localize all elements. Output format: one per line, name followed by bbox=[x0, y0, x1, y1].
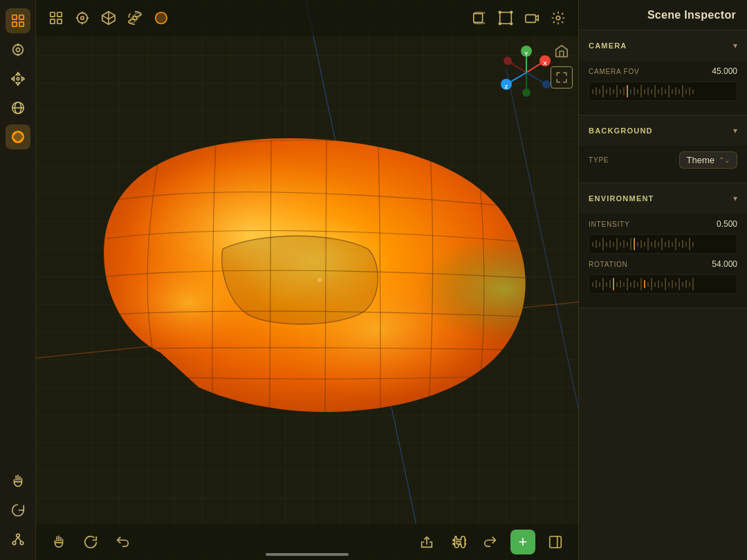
svg-point-39 bbox=[510, 23, 513, 25]
settings-top-icon[interactable] bbox=[546, 6, 570, 30]
camera-view-icon[interactable] bbox=[520, 6, 544, 30]
wireframe-icon[interactable] bbox=[494, 6, 517, 30]
intensity-prop-row: INTENSITY 0.500 bbox=[589, 219, 737, 229]
hand-tool-icon[interactable] bbox=[47, 530, 71, 554]
svg-text:Z: Z bbox=[505, 84, 508, 90]
globe-icon[interactable] bbox=[6, 95, 30, 120]
svg-text:X: X bbox=[543, 60, 547, 66]
target-top-icon[interactable] bbox=[71, 6, 94, 30]
svg-point-8 bbox=[17, 77, 19, 80]
svg-rect-3 bbox=[19, 22, 23, 26]
svg-point-13 bbox=[16, 534, 19, 537]
svg-point-36 bbox=[499, 11, 501, 13]
background-section-title: BACKGROUND bbox=[589, 127, 653, 135]
svg-rect-0 bbox=[12, 15, 16, 19]
camera-chevron-icon: ▾ bbox=[733, 41, 737, 50]
svg-rect-40 bbox=[526, 15, 536, 22]
rotation-prop-row: ROTATION 54.000 bbox=[589, 259, 737, 269]
svg-point-52 bbox=[522, 88, 531, 97]
background-chevron-icon: ▾ bbox=[733, 126, 737, 136]
spin-icon[interactable] bbox=[6, 498, 30, 523]
svg-point-4 bbox=[12, 45, 23, 55]
svg-point-12 bbox=[12, 131, 24, 143]
orbit-top-icon[interactable] bbox=[123, 6, 147, 30]
background-section-body: TYPE Theme ⌃⌄ bbox=[579, 146, 747, 183]
panel-title: Scene Inspector bbox=[647, 9, 736, 21]
svg-rect-1 bbox=[19, 15, 23, 19]
svg-rect-22 bbox=[57, 12, 62, 17]
fov-ticks bbox=[589, 82, 737, 100]
intensity-value: 0.500 bbox=[717, 219, 737, 229]
svg-rect-23 bbox=[50, 19, 55, 24]
rotation-label: ROTATION bbox=[589, 261, 628, 268]
undo-button[interactable] bbox=[111, 530, 134, 554]
sphere-top-icon[interactable] bbox=[149, 6, 173, 30]
hand-bottom-icon[interactable] bbox=[6, 469, 30, 494]
pivot-point bbox=[317, 278, 322, 282]
rotation-value: 54.000 bbox=[712, 259, 737, 269]
environment-section: ENVIRONMENT ▾ INTENSITY 0.500 bbox=[579, 183, 747, 308]
panel-header: Scene Inspector bbox=[579, 0, 747, 30]
svg-point-51 bbox=[504, 57, 512, 65]
camera-section-header[interactable]: CAMERA ▾ bbox=[579, 30, 747, 61]
command-button[interactable] bbox=[447, 530, 470, 554]
nodes-bottom-icon[interactable] bbox=[6, 527, 30, 552]
rotation-ticks bbox=[589, 275, 737, 293]
svg-line-17 bbox=[18, 537, 21, 542]
focus-button[interactable] bbox=[551, 66, 573, 88]
intensity-ticks bbox=[589, 235, 737, 253]
environment-section-body: INTENSITY 0.500 bbox=[579, 214, 747, 308]
type-prop-row: TYPE Theme ⌃⌄ bbox=[589, 151, 737, 169]
svg-text:Y: Y bbox=[524, 50, 528, 57]
intensity-label: INTENSITY bbox=[589, 221, 629, 228]
add-button[interactable]: + bbox=[510, 530, 535, 554]
svg-rect-35 bbox=[500, 12, 512, 24]
3d-object bbox=[77, 90, 562, 449]
grid-top-icon[interactable] bbox=[44, 6, 68, 30]
svg-point-53 bbox=[542, 80, 551, 88]
home-button[interactable] bbox=[551, 40, 573, 62]
rotation-slider[interactable] bbox=[589, 274, 737, 294]
rotate-tool-icon[interactable] bbox=[79, 530, 102, 554]
svg-rect-57 bbox=[550, 536, 562, 548]
type-dropdown[interactable]: Theme ⌃⌄ bbox=[679, 151, 737, 169]
svg-point-5 bbox=[16, 48, 20, 52]
cube-top-icon[interactable] bbox=[97, 6, 120, 30]
grid-view-icon[interactable] bbox=[6, 8, 30, 33]
background-section-header[interactable]: BACKGROUND ▾ bbox=[579, 115, 747, 146]
persp-cube-icon[interactable] bbox=[468, 6, 491, 30]
svg-point-26 bbox=[81, 17, 84, 20]
fov-slider[interactable] bbox=[589, 82, 737, 101]
left-toolbar bbox=[0, 0, 36, 560]
svg-point-38 bbox=[499, 23, 501, 25]
background-section: BACKGROUND ▾ TYPE Theme ⌃⌄ bbox=[579, 115, 747, 183]
intensity-slider[interactable] bbox=[589, 234, 737, 254]
svg-line-16 bbox=[15, 537, 18, 542]
right-panel: Scene Inspector CAMERA ▾ CAMERA FOV 45.0… bbox=[578, 0, 747, 560]
svg-rect-21 bbox=[50, 12, 55, 17]
fov-label: CAMERA FOV bbox=[589, 68, 640, 75]
fov-value: 45.000 bbox=[712, 66, 737, 76]
mesh-icon[interactable] bbox=[6, 124, 30, 149]
type-label: TYPE bbox=[589, 156, 609, 164]
view-mode-group bbox=[468, 6, 570, 30]
move-icon[interactable] bbox=[6, 66, 30, 91]
top-toolbar bbox=[36, 0, 578, 36]
type-dropdown-value: Theme bbox=[687, 155, 714, 165]
fov-prop-row: CAMERA FOV 45.000 bbox=[589, 66, 737, 76]
svg-point-33 bbox=[156, 12, 167, 24]
orientation-gizmo[interactable]: X Y Z bbox=[495, 41, 557, 104]
share-button[interactable] bbox=[415, 530, 439, 554]
svg-rect-34 bbox=[474, 14, 483, 23]
home-indicator bbox=[266, 553, 349, 556]
environment-section-title: ENVIRONMENT bbox=[589, 194, 654, 203]
panel-toggle-icon[interactable] bbox=[544, 530, 567, 554]
camera-section-body: CAMERA FOV 45.000 bbox=[579, 61, 747, 115]
svg-point-25 bbox=[77, 13, 88, 24]
environment-section-header[interactable]: ENVIRONMENT ▾ bbox=[579, 183, 747, 214]
main-viewport[interactable]: X Y Z bbox=[36, 0, 578, 560]
svg-point-37 bbox=[510, 11, 513, 13]
camera-section-title: CAMERA bbox=[589, 41, 627, 50]
target-icon[interactable] bbox=[6, 37, 30, 62]
redo-button[interactable] bbox=[479, 530, 502, 554]
